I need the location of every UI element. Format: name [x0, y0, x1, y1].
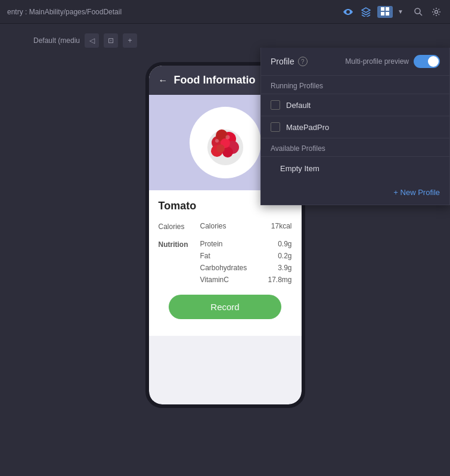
search-icon[interactable]: [412, 5, 425, 18]
back-arrow-icon[interactable]: ←: [159, 75, 168, 86]
running-profiles-title: Running Profiles: [261, 76, 449, 94]
profile-item-matepadpro[interactable]: MatePadPro: [261, 116, 449, 138]
device-label: Default (mediu: [33, 36, 80, 45]
breadcrumb: entry : MainAbility/pages/FoodDetail: [7, 8, 122, 16]
multi-profile-label: Multi-profile preview: [345, 57, 409, 66]
fat-name: Fat: [200, 252, 210, 260]
svg-rect-3: [386, 12, 389, 16]
record-button[interactable]: Record: [169, 295, 281, 319]
nutrition-items: Protein 0.9g Fat 0.2g Carbohydrates 3.9g: [200, 240, 292, 288]
layers-icon[interactable]: [359, 5, 373, 18]
svg-rect-2: [381, 12, 384, 16]
new-profile-label[interactable]: + New Profile: [393, 188, 440, 197]
food-info-section: Tomato Calories Calories 17kcal: [149, 190, 302, 336]
svg-point-17: [225, 135, 229, 140]
protein-value: 0.9g: [278, 240, 291, 248]
top-bar-icons: ▼: [342, 5, 443, 18]
vitaminc-value: 17.8mg: [268, 276, 291, 284]
back-device-btn[interactable]: ◁: [85, 33, 99, 48]
available-profiles-title: Available Profiles: [261, 138, 449, 157]
vitaminc-name: VitaminC: [200, 276, 229, 284]
calories-item-name: Calories: [200, 222, 226, 230]
food-detail-title: Food Informatio: [174, 74, 256, 86]
calories-item-value: 17kcal: [271, 222, 292, 230]
default-checkbox[interactable]: [271, 100, 280, 110]
profile-label-row: Profile ?: [271, 57, 308, 66]
settings-icon[interactable]: [430, 5, 443, 18]
svg-point-16: [215, 139, 219, 143]
carbs-value: 3.9g: [278, 264, 291, 272]
vitaminc-item: VitaminC 17.8mg: [200, 276, 292, 284]
calories-item: Calories 17kcal: [200, 222, 292, 230]
carbs-name: Carbohydrates: [200, 264, 247, 272]
help-icon[interactable]: ?: [298, 57, 308, 66]
svg-rect-0: [381, 7, 384, 11]
matepadpro-profile-name: MatePadPro: [286, 123, 329, 132]
calories-row: Calories Calories 17kcal: [159, 222, 292, 234]
profile-label: Profile: [271, 57, 294, 66]
dropdown-panel: Profile ? Multi-profile preview Running …: [260, 48, 450, 205]
layout-device-btn[interactable]: ⊡: [104, 33, 118, 48]
nutrition-table: Calories Calories 17kcal Nutrition: [159, 222, 292, 288]
svg-line-5: [420, 13, 422, 16]
device-controls: Default (mediu ◁ ⊡ +: [33, 33, 137, 48]
empty-item[interactable]: Empty Item: [261, 157, 449, 180]
food-image-circle: [190, 107, 261, 178]
new-profile-row[interactable]: + New Profile: [261, 180, 449, 205]
top-bar: entry : MainAbility/pages/FoodDetail ▼: [0, 0, 450, 24]
empty-item-name: Empty Item: [280, 164, 319, 173]
fat-item: Fat 0.2g: [200, 252, 292, 260]
calories-label: Calories: [159, 222, 200, 231]
default-profile-name: Default: [286, 101, 311, 110]
chevron-down-icon[interactable]: ▼: [394, 5, 407, 18]
multi-profile-toggle[interactable]: [414, 55, 440, 68]
svg-point-6: [435, 10, 438, 13]
main-content: Default (mediu ◁ ⊡ + ← Food Informatio: [0, 24, 450, 476]
nutrition-label: Nutrition: [159, 240, 200, 249]
calories-items: Calories 17kcal: [200, 222, 292, 234]
profile-item-default[interactable]: Default: [261, 94, 449, 116]
matepadpro-checkbox[interactable]: [271, 122, 280, 132]
profile-header: Profile ? Multi-profile preview: [261, 48, 449, 76]
nutrition-row: Nutrition Protein 0.9g Fat 0.2g: [159, 240, 292, 288]
grid-button[interactable]: [377, 6, 393, 18]
eye-icon[interactable]: [342, 5, 355, 18]
svg-point-15: [216, 144, 225, 153]
svg-point-4: [415, 8, 420, 14]
carbs-item: Carbohydrates 3.9g: [200, 264, 292, 272]
svg-rect-1: [386, 7, 389, 11]
toggle-container: Multi-profile preview: [345, 55, 440, 68]
toggle-knob: [428, 56, 439, 67]
grid-icon-container: ▼: [377, 5, 407, 18]
more-device-btn[interactable]: +: [123, 33, 137, 48]
protein-name: Protein: [200, 240, 223, 248]
food-image: [199, 116, 252, 169]
protein-item: Protein 0.9g: [200, 240, 292, 248]
fat-value: 0.2g: [278, 252, 291, 260]
